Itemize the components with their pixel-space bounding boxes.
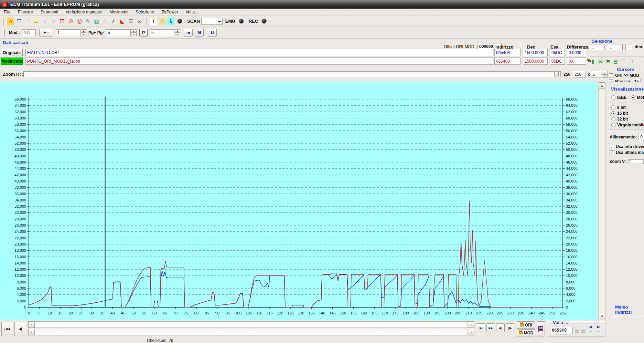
copy-pages-icon[interactable]: ❐ — [15, 18, 23, 25]
radio-8-bit[interactable] — [611, 105, 615, 110]
lock-icon[interactable]: ∩ — [159, 18, 166, 25]
x-axis-label: 75 — [184, 311, 188, 315]
prev-memo-button[interactable]: M← — [589, 325, 593, 332]
originale-file-field[interactable]: FIATPUNTO.ORI — [25, 49, 493, 56]
modificato-differenza[interactable]: 0.0 — [567, 58, 586, 65]
zoom-v-slider[interactable] — [628, 159, 644, 164]
zoom-count-field[interactable]: 256 — [573, 71, 586, 77]
step-forward-button[interactable]: ▶| — [477, 323, 485, 332]
selection-cross-icon[interactable]: ⋈ — [597, 58, 604, 65]
graph-lines-icon[interactable]: ☰ — [127, 18, 135, 25]
scroll-down-icon[interactable]: ▼ — [599, 313, 605, 319]
map-check-icon[interactable]: ☑ — [58, 18, 66, 25]
text-window-icon[interactable]: T — [150, 18, 157, 25]
chart-area[interactable]: 002,0002,0004,0004,0006,0006,0008,0008,0… — [0, 82, 598, 320]
radio-16-bit[interactable] — [611, 111, 615, 115]
menu-item-file[interactable]: File — [0, 9, 14, 15]
notepad-icon[interactable]: ✎ — [84, 18, 92, 25]
record-icon[interactable] — [177, 19, 182, 24]
home-icon[interactable]: ⌂ — [7, 18, 14, 25]
hscroll1-track[interactable] — [35, 321, 468, 328]
go-first-button[interactable]: |◀◀ — [1, 322, 13, 336]
table-columns-icon[interactable]: ▥ — [93, 18, 100, 25]
next-map-button[interactable]: ||▶ — [506, 323, 514, 332]
menu-item-strumenti[interactable]: Strumenti — [37, 9, 62, 15]
step-spinner[interactable]: ▲▼ — [81, 29, 86, 36]
originale-differenza[interactable]: 0.0000 — [567, 49, 586, 56]
modificato-dec[interactable]: 1500.0000 — [523, 58, 548, 65]
go-last-button[interactable]: ▶▶ — [486, 323, 495, 332]
scan-select[interactable] — [201, 18, 223, 25]
shapes-icon[interactable]: ◣ — [119, 18, 126, 25]
map-compare-icon[interactable]: ② — [67, 18, 74, 25]
selection-bounds-icon[interactable]: ∥ — [590, 58, 596, 65]
scroll-up-icon[interactable]: ▲ — [599, 82, 605, 89]
mod-button[interactable]: MOD — [517, 329, 535, 336]
open-folder-icon[interactable]: ▱ — [33, 18, 40, 25]
x-axis-label: 25 — [79, 311, 83, 315]
pg-spinner[interactable]: ▲▼ — [131, 29, 137, 36]
menu-item-vai-a[interactable]: Vai a ... — [182, 9, 203, 15]
p-button[interactable]: P — [139, 29, 148, 37]
ieee-label: IEEE — [617, 95, 626, 100]
hscroll2-right-icon[interactable]: › — [468, 329, 474, 335]
prev-map-button[interactable]: ◀|| — [496, 323, 505, 332]
rec-record-icon[interactable] — [261, 19, 267, 24]
plus-minus-button[interactable]: + - — [39, 29, 53, 37]
page-spinner[interactable]: ▲▼ — [175, 29, 180, 36]
goto-address-field[interactable]: 0653C0 — [550, 327, 573, 334]
map-reset-icon[interactable]: ⓪ — [76, 18, 83, 25]
runner-icon[interactable]: λ — [167, 18, 174, 25]
step-back-button[interactable]: ◀| — [14, 322, 26, 336]
min-button[interactable]: m — [184, 29, 193, 37]
chart-view-button[interactable] — [537, 321, 545, 336]
originale-indirizzo[interactable]: 065408 — [494, 49, 520, 56]
hscroll2-track[interactable] — [35, 329, 468, 335]
menu-item-movimenti[interactable]: Movimenti — [106, 9, 132, 15]
title-bar[interactable]: ≡ ECM Titanium 1.61 - Edit EPROM (grafic… — [0, 0, 644, 9]
zoom-h-slider-thumb[interactable] — [554, 72, 559, 76]
next-memo-button[interactable]: M→ — [596, 325, 600, 332]
modificato-file-field[interactable]: PUNTO_ORI_MOD13_railori — [25, 58, 493, 65]
ori-mod-checkbox[interactable] — [609, 73, 613, 78]
allineamento-field[interactable]: 0 — [638, 134, 644, 140]
menu-item-finestre[interactable]: Finestre — [14, 9, 36, 15]
zoom-mult-field[interactable]: 1 — [591, 71, 601, 77]
checkbox-usa-info-driver[interactable] — [610, 145, 614, 149]
radio-32-bit[interactable] — [611, 117, 615, 121]
selezione-field-3[interactable] — [625, 44, 632, 50]
originale-dec[interactable]: 1500.0000 — [523, 49, 548, 56]
selezione-field-2[interactable]: ... — [607, 44, 623, 50]
selezione-field-1[interactable]: ... — [589, 44, 605, 50]
binoculars-icon[interactable]: ∞ — [136, 18, 143, 25]
step-field[interactable]: 1 — [56, 29, 80, 36]
hscroll1-left-icon[interactable]: ‹ — [28, 321, 35, 328]
hscroll2-left-icon[interactable]: ‹ — [28, 329, 35, 335]
menu-item-selezione[interactable]: Selezione — [132, 9, 158, 15]
pg-field[interactable]: 5 — [106, 29, 131, 36]
modificato-esa[interactable]: 05DC — [550, 58, 565, 65]
zoom-h-slider[interactable] — [23, 71, 561, 77]
sigma-icon[interactable]: Σ — [110, 18, 117, 25]
radio-virgola-mobile[interactable] — [611, 123, 615, 127]
unit-button[interactable]: U — [208, 29, 217, 37]
selection-fill-icon[interactable]: ▤ — [612, 58, 619, 65]
selection-width-icon[interactable]: Ħ — [605, 58, 611, 65]
ieee-radio[interactable] — [611, 95, 615, 100]
chart-vertical-scrollbar[interactable]: ▲ ▼ — [598, 82, 606, 320]
page-field[interactable]: 5 — [150, 29, 174, 36]
zoom-mult-spinner[interactable]: ▲▼ — [602, 71, 608, 78]
mod-value-field[interactable]: NO — [22, 29, 36, 36]
ori-button[interactable]: ORI — [517, 321, 535, 329]
menu-item-variazione-manuale[interactable]: Variazione manuale — [62, 9, 106, 15]
modificato-indirizzo[interactable]: 065408 — [494, 58, 520, 65]
max-button[interactable]: M — [195, 29, 204, 37]
moto-radio[interactable] — [631, 95, 635, 100]
menu-item-bitpower[interactable]: BitPower — [158, 9, 182, 15]
originale-esa[interactable]: 05DC — [550, 49, 565, 56]
y-axis-label-left: 22,000 — [14, 236, 26, 240]
checkbox-usa-ultima-map[interactable] — [610, 150, 614, 155]
emu-record-icon[interactable] — [239, 19, 244, 24]
zoom-v-slider-thumb[interactable] — [629, 160, 631, 163]
hscroll1-right-icon[interactable]: › — [468, 321, 474, 328]
